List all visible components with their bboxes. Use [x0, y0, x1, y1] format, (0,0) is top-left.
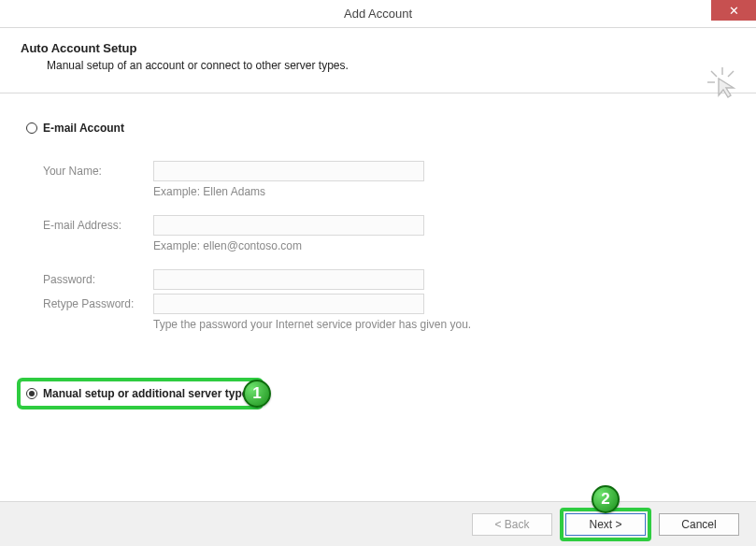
- input-email: [153, 215, 424, 236]
- wizard-header: Auto Account Setup Manual setup of an ac…: [0, 28, 756, 93]
- label-your-name: Your Name:: [43, 165, 153, 178]
- label-password: Password:: [43, 273, 153, 286]
- wizard-content: E-mail Account Your Name: Example: Ellen…: [0, 93, 756, 426]
- titlebar: Add Account ✕: [0, 0, 756, 28]
- radio-manual-setup[interactable]: Manual setup or additional server types: [26, 387, 254, 400]
- highlight-next-button: 2 Next >: [560, 508, 651, 541]
- label-retype-password: Retype Password:: [43, 297, 153, 310]
- radio-icon: [26, 122, 37, 134]
- callout-1: 1: [243, 380, 271, 408]
- input-your-name: [153, 161, 424, 181]
- cursor-click-icon: [706, 65, 739, 99]
- wizard-footer: < Back 2 Next > Cancel: [0, 501, 756, 546]
- radio-label-manual: Manual setup or additional server types: [43, 387, 254, 400]
- row-email: E-mail Address:: [43, 215, 730, 236]
- close-icon: ✕: [729, 4, 739, 18]
- hint-password: Type the password your Internet service …: [153, 318, 730, 331]
- email-form-area: Your Name: Example: Ellen Adams E-mail A…: [43, 161, 730, 331]
- callout-2: 2: [592, 485, 620, 513]
- svg-line-1: [711, 71, 717, 77]
- back-button: < Back: [472, 513, 552, 536]
- radio-email-account[interactable]: E-mail Account: [26, 122, 730, 135]
- input-password: [153, 269, 424, 290]
- label-email: E-mail Address:: [43, 219, 153, 232]
- cancel-button-label: Cancel: [681, 518, 716, 531]
- next-button[interactable]: Next >: [565, 513, 646, 536]
- row-password: Password:: [43, 269, 730, 290]
- svg-line-2: [728, 71, 734, 77]
- row-your-name: Your Name:: [43, 161, 730, 181]
- radio-icon-selected: [26, 388, 37, 399]
- header-subheading: Manual setup of an account or connect to…: [47, 59, 735, 72]
- radio-manual-setup-container: Manual setup or additional server types …: [26, 378, 730, 410]
- next-button-label: Next >: [589, 518, 621, 531]
- hint-your-name: Example: Ellen Adams: [153, 185, 730, 198]
- hint-email: Example: ellen@contoso.com: [153, 239, 730, 252]
- header-heading: Auto Account Setup: [21, 41, 735, 55]
- highlight-manual-setup: Manual setup or additional server types …: [17, 378, 264, 410]
- back-button-label: < Back: [494, 518, 529, 531]
- window-title: Add Account: [344, 7, 412, 21]
- input-retype-password: [153, 294, 424, 314]
- close-button[interactable]: ✕: [711, 0, 756, 21]
- row-retype-password: Retype Password:: [43, 294, 730, 314]
- radio-label-email: E-mail Account: [43, 122, 124, 135]
- cancel-button[interactable]: Cancel: [659, 513, 739, 536]
